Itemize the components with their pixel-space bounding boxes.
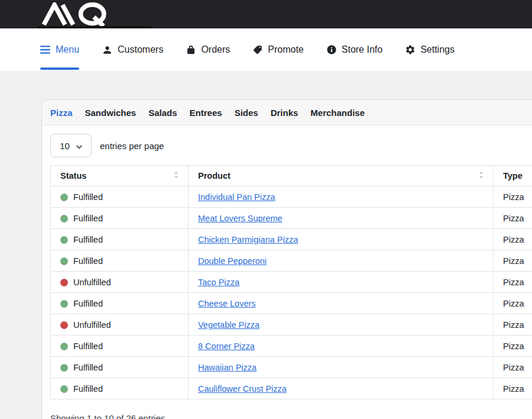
- entries-per-page-value: 10: [60, 141, 70, 151]
- main-navbar: Menu Customers Orders Promote: [0, 28, 532, 72]
- type-cell: Pizza: [494, 357, 532, 378]
- product-cell: 8 Corner Pizza: [189, 336, 494, 357]
- table-row: FulfilledCauliflower Crust PizzaPizza: [51, 378, 532, 399]
- status-label: Unfulfilled: [73, 320, 111, 330]
- status-label: Fulfilled: [73, 363, 103, 372]
- bag-icon: [186, 44, 196, 56]
- aiq-logo: [38, 2, 121, 29]
- product-link[interactable]: Taco Pizza: [198, 278, 239, 287]
- status-label: Fulfilled: [73, 384, 103, 394]
- tab-merchandise[interactable]: Merchandise: [310, 108, 365, 118]
- product-link[interactable]: Cheese Lovers: [198, 299, 256, 308]
- table-row: UnfulfilledTaco PizzaPizza: [51, 272, 532, 293]
- product-cell: Meat Lovers Supreme: [189, 208, 494, 229]
- status-dot-unfulfilled: [60, 321, 68, 329]
- sort-icon[interactable]: [479, 171, 484, 181]
- type-cell: Pizza: [494, 229, 532, 250]
- status-label: Fulfilled: [73, 192, 103, 202]
- nav-item-menu[interactable]: Menu: [40, 28, 79, 71]
- tab-entrees[interactable]: Entrees: [190, 108, 222, 118]
- entries-per-page-row: 10 entries per page: [50, 134, 532, 157]
- status-cell: Fulfilled: [51, 229, 189, 250]
- tag-icon: [252, 44, 263, 55]
- product-cell: Hawaiian Pizza: [189, 357, 494, 378]
- gear-icon: [405, 44, 416, 55]
- status-dot-fulfilled: [60, 215, 68, 223]
- status-cell: Fulfilled: [51, 293, 189, 314]
- status-dot-fulfilled: [60, 385, 68, 393]
- tab-sides[interactable]: Sides: [235, 108, 258, 118]
- table-header-row: Status Product: [51, 166, 532, 186]
- status-cell: Fulfilled: [51, 250, 189, 272]
- status-cell: Unfulfilled: [51, 272, 189, 293]
- status-label: Fulfilled: [73, 341, 103, 351]
- product-link[interactable]: Meat Lovers Supreme: [198, 214, 283, 223]
- table-row: FulfilledChicken Parmigiana PizzaPizza: [51, 229, 532, 250]
- nav-item-label: Store Info: [342, 44, 382, 55]
- column-header-product[interactable]: Product: [189, 166, 494, 186]
- status-dot-unfulfilled: [60, 279, 68, 286]
- table-row: FulfilledMeat Lovers SupremePizza: [51, 208, 532, 229]
- status-label: Fulfilled: [73, 256, 103, 266]
- nav-item-label: Menu: [56, 44, 79, 55]
- column-header-label: Status: [60, 171, 86, 181]
- status-dot-fulfilled: [60, 300, 68, 308]
- product-cell: Vegetable Pizza: [189, 314, 494, 336]
- hamburger-icon: [40, 45, 51, 54]
- nav-item-settings[interactable]: Settings: [405, 28, 455, 71]
- status-cell: Fulfilled: [51, 186, 189, 208]
- info-icon: [326, 44, 337, 55]
- product-cell: Individual Pan Pizza: [189, 186, 494, 208]
- product-link[interactable]: Individual Pan Pizza: [198, 192, 275, 202]
- product-link[interactable]: Hawaiian Pizza: [198, 363, 257, 372]
- sort-icon[interactable]: [174, 171, 179, 181]
- nav-item-label: Promote: [268, 44, 303, 55]
- type-cell: Pizza: [494, 208, 532, 229]
- type-cell: Pizza: [494, 272, 532, 293]
- nav-item-label: Orders: [201, 44, 230, 55]
- column-header-label: Type: [503, 171, 523, 181]
- card-body: 10 entries per page Status: [42, 125, 532, 419]
- status-label: Fulfilled: [73, 299, 103, 308]
- table-row: FulfilledHawaiian PizzaPizza: [51, 357, 532, 378]
- product-cell: Cheese Lovers: [189, 293, 494, 314]
- product-link[interactable]: Chicken Parmigiana Pizza: [198, 235, 298, 244]
- nav-item-promote[interactable]: Promote: [252, 28, 303, 71]
- product-link[interactable]: Vegetable Pizza: [198, 320, 259, 330]
- product-link[interactable]: Cauliflower Crust Pizza: [198, 384, 287, 394]
- product-cell: Chicken Parmigiana Pizza: [189, 229, 494, 250]
- status-dot-fulfilled: [60, 364, 68, 372]
- status-cell: Fulfilled: [51, 378, 189, 399]
- product-link[interactable]: Double Pepperoni: [198, 256, 267, 266]
- type-cell: Pizza: [494, 314, 532, 336]
- status-cell: Fulfilled: [51, 208, 189, 229]
- product-cell: Cauliflower Crust Pizza: [189, 378, 494, 399]
- nav-item-label: Customers: [118, 44, 163, 55]
- chevron-down-icon: [76, 141, 82, 151]
- tab-drinks[interactable]: Drinks: [271, 108, 299, 118]
- nav-item-store-info[interactable]: Store Info: [326, 28, 382, 71]
- nav-item-customers[interactable]: Customers: [102, 28, 163, 71]
- entries-per-page-select[interactable]: 10: [50, 134, 92, 157]
- column-header-status[interactable]: Status: [51, 166, 189, 186]
- menu-card: Pizza Sandwiches Salads Entrees Sides Dr…: [41, 99, 532, 419]
- tab-sandwiches[interactable]: Sandwiches: [85, 108, 137, 118]
- type-cell: Pizza: [494, 336, 532, 357]
- status-cell: Fulfilled: [51, 336, 189, 357]
- status-dot-fulfilled: [60, 257, 68, 265]
- category-tabs: Pizza Sandwiches Salads Entrees Sides Dr…: [42, 100, 532, 125]
- top-bar: [0, 0, 532, 28]
- product-cell: Double Pepperoni: [189, 250, 494, 272]
- type-cell: Pizza: [494, 186, 532, 208]
- tab-salads[interactable]: Salads: [148, 108, 177, 118]
- product-link[interactable]: 8 Corner Pizza: [198, 341, 255, 351]
- column-header-type[interactable]: Type: [494, 166, 532, 186]
- nav-item-orders[interactable]: Orders: [186, 28, 230, 71]
- table-row: UnfulfilledVegetable PizzaPizza: [51, 314, 532, 336]
- table-row: FulfilledCheese LoversPizza: [51, 293, 532, 314]
- status-cell: Fulfilled: [51, 357, 189, 378]
- tab-pizza[interactable]: Pizza: [50, 108, 73, 118]
- type-cell: Pizza: [494, 250, 532, 272]
- status-cell: Unfulfilled: [51, 314, 189, 336]
- table-row: FulfilledIndividual Pan PizzaPizza: [51, 186, 532, 208]
